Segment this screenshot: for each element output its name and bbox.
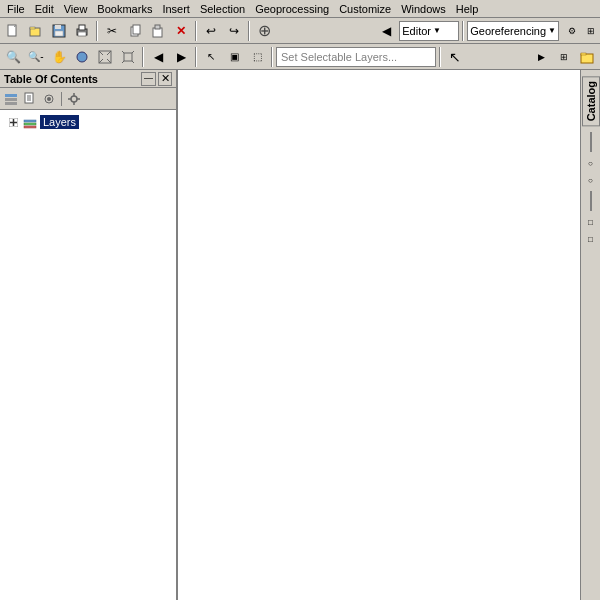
separator-4 — [462, 21, 464, 41]
menu-bar: File Edit View Bookmarks Insert Selectio… — [0, 0, 600, 18]
menu-geoprocessing[interactable]: Geoprocessing — [250, 2, 334, 16]
select-features-button[interactable]: ▣ — [223, 46, 245, 68]
svg-rect-25 — [581, 54, 593, 63]
paste-button[interactable] — [147, 20, 169, 42]
separator-3 — [248, 21, 250, 41]
expand-icon — [6, 115, 20, 129]
fixed-zoom-out-button[interactable] — [117, 46, 139, 68]
save-button[interactable] — [48, 20, 70, 42]
zoom-in-button[interactable]: 🔍 — [2, 46, 24, 68]
menu-view[interactable]: View — [59, 2, 93, 16]
separator-6 — [195, 47, 197, 67]
separator-2 — [195, 21, 197, 41]
svg-line-21 — [122, 51, 124, 53]
folder-btn[interactable] — [576, 46, 598, 68]
select-cursor-button[interactable]: ↖ — [444, 46, 466, 68]
toc-title: Table Of Contents — [4, 73, 98, 85]
delete-button[interactable]: ✕ — [170, 20, 192, 42]
georef-settings-button[interactable]: ⚙ — [561, 20, 583, 42]
toc-source-view-button[interactable] — [21, 90, 39, 108]
layers-label: Layers — [40, 115, 79, 129]
svg-rect-5 — [55, 25, 61, 29]
svg-rect-27 — [5, 94, 17, 97]
menu-file[interactable]: File — [2, 2, 30, 16]
menu-edit[interactable]: Edit — [30, 2, 59, 16]
right-tool-4[interactable]: □ — [583, 231, 599, 247]
toc-header: Table Of Contents — ✕ — [0, 70, 176, 88]
separator-1 — [96, 21, 98, 41]
menu-insert[interactable]: Insert — [157, 2, 195, 16]
cut-button[interactable]: ✂ — [101, 20, 123, 42]
add-data-button[interactable]: ⊕ — [253, 20, 275, 42]
svg-point-35 — [47, 97, 51, 101]
svg-rect-28 — [5, 98, 17, 101]
layers-group-item[interactable]: Layers — [4, 114, 172, 130]
right-tool-2[interactable]: ○ — [583, 172, 599, 188]
editor-dropdown-arrow: ▼ — [433, 26, 441, 35]
menu-selection[interactable]: Selection — [195, 2, 250, 16]
svg-rect-45 — [24, 123, 36, 125]
toolbar-row-1: ✂ ✕ ↩ ↪ ⊕ ◀ Editor ▼ Georeferencing ▼ ⚙ … — [0, 18, 600, 44]
menu-customize[interactable]: Customize — [334, 2, 396, 16]
open-button[interactable] — [25, 20, 47, 42]
svg-line-17 — [107, 51, 111, 55]
right-panel: Catalog ○ ○ □ □ — [580, 70, 600, 600]
separator-5 — [142, 47, 144, 67]
svg-line-19 — [107, 59, 111, 63]
menu-windows[interactable]: Windows — [396, 2, 451, 16]
editor-dropdown[interactable]: Editor ▼ — [399, 21, 459, 41]
scroll-right-btn[interactable]: ▶ — [530, 46, 552, 68]
copy-button[interactable] — [124, 20, 146, 42]
svg-line-22 — [132, 51, 134, 53]
toc-separator — [61, 92, 62, 106]
georef-dropdown-arrow: ▼ — [548, 26, 556, 35]
toc-toolbar — [0, 88, 176, 110]
zoom-out-button[interactable]: 🔍- — [25, 46, 47, 68]
georef-dropdown[interactable]: Georeferencing ▼ — [467, 21, 559, 41]
redo-button[interactable]: ↪ — [223, 20, 245, 42]
toc-panel: Table Of Contents — ✕ — [0, 70, 178, 600]
new-button[interactable] — [2, 20, 24, 42]
main-content: Table Of Contents — ✕ — [0, 70, 600, 600]
right-tool-3[interactable]: □ — [583, 214, 599, 230]
menu-help[interactable]: Help — [451, 2, 484, 16]
toc-options-button[interactable] — [65, 90, 83, 108]
svg-line-23 — [122, 61, 124, 63]
pan-button[interactable]: ✋ — [48, 46, 70, 68]
svg-rect-3 — [30, 27, 35, 29]
forward-extent-button[interactable]: ▶ — [170, 46, 192, 68]
toolbar-options-btn[interactable]: ⊞ — [553, 46, 575, 68]
back-extent-button[interactable]: ◀ — [147, 46, 169, 68]
nav-left-button[interactable]: ◀ — [375, 20, 397, 42]
right-separator-2 — [590, 191, 592, 211]
toc-float-button[interactable]: — — [141, 72, 156, 86]
layers-group-icon — [23, 115, 37, 129]
svg-line-24 — [132, 61, 134, 63]
undo-button[interactable]: ↩ — [200, 20, 222, 42]
fixed-zoom-in-button[interactable] — [94, 46, 116, 68]
toc-visibility-view-button[interactable] — [40, 90, 58, 108]
layers-button[interactable]: ⊞ — [584, 20, 598, 42]
svg-rect-11 — [133, 25, 140, 34]
print-button[interactable] — [71, 20, 93, 42]
svg-line-16 — [99, 51, 103, 55]
toc-close-button[interactable]: ✕ — [158, 72, 172, 86]
toolbar-row-2: 🔍 🔍- ✋ ◀ ▶ ↖ ▣ ⬚ Set Selectable Layers..… — [0, 44, 600, 70]
svg-rect-20 — [124, 53, 132, 61]
separator-7 — [271, 47, 273, 67]
menu-bookmarks[interactable]: Bookmarks — [92, 2, 157, 16]
separator-8 — [439, 47, 441, 67]
svg-rect-26 — [581, 53, 586, 55]
svg-point-14 — [77, 52, 87, 62]
selectable-layers-input[interactable]: Set Selectable Layers... — [276, 47, 436, 67]
catalog-tab-button[interactable]: Catalog — [582, 76, 600, 126]
select-button[interactable]: ↖ — [200, 46, 222, 68]
right-tool-1[interactable]: ○ — [583, 155, 599, 171]
svg-rect-13 — [155, 25, 160, 29]
svg-rect-44 — [24, 120, 36, 122]
svg-rect-8 — [79, 25, 85, 30]
toc-list-view-button[interactable] — [2, 90, 20, 108]
map-area[interactable] — [178, 70, 580, 600]
select-box-button[interactable]: ⬚ — [246, 46, 268, 68]
full-extent-button[interactable] — [71, 46, 93, 68]
